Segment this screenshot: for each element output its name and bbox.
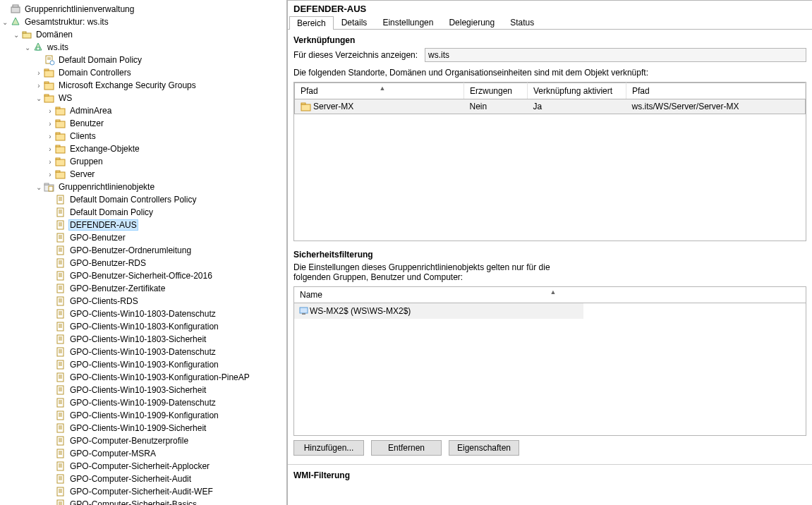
tree-ws[interactable]: ⌄WS — [0, 92, 286, 104]
svg-rect-3 — [23, 33, 31, 38]
tree-root-node[interactable]: Gruppenrichtlinienverwaltung — [0, 3, 286, 16]
svg-rect-48 — [57, 246, 63, 255]
gpo-title: DEFENDER-AUS — [288, 1, 812, 16]
tree-gpo-gpo-computer-benutzerprofile[interactable]: GPO-Computer-Benutzerprofile — [0, 434, 286, 447]
svg-rect-20 — [56, 120, 60, 121]
tree-gpo-gpo-clients-win10-1803-datenschutz[interactable]: GPO-Clients-Win10-1803-Datenschutz — [0, 308, 286, 320]
tab-einstellungen[interactable]: Einstellungen — [375, 16, 441, 29]
tree-gpo-gpo-benutzer-sicherheit-office-2016[interactable]: GPO-Benutzer-Sicherheit-Office-2016 — [0, 269, 286, 282]
tree-ou-clients[interactable]: ›Clients — [0, 130, 286, 142]
tree-domain[interactable]: ⌄ws.its — [0, 41, 286, 54]
scroll-icon — [55, 486, 66, 497]
tree-gpo-gpo-benutzer[interactable]: GPO-Benutzer — [0, 231, 286, 244]
chevron-icon[interactable]: › — [45, 158, 55, 166]
links-col-2[interactable]: Verknüpfung aktiviert — [528, 83, 626, 99]
forest-icon — [10, 16, 21, 28]
tree-gpo-gpo-clients-rds[interactable]: GPO-Clients-RDS — [0, 295, 286, 308]
ou-icon — [55, 143, 66, 154]
domain-icon — [32, 42, 44, 53]
links-col-3[interactable]: Pfad — [626, 83, 806, 99]
svg-rect-104 — [57, 424, 63, 432]
tree-gpo-gpo-clients-win10-1903-konfiguration[interactable]: GPO-Clients-Win10-1903-Konfiguration — [0, 358, 286, 371]
chevron-icon[interactable]: › — [45, 145, 55, 153]
tree-gpo-default domain policy[interactable]: Default Domain Policy — [0, 206, 286, 219]
chevron-icon[interactable]: ⌄ — [23, 44, 32, 51]
ou-icon — [44, 67, 55, 78]
chevron-icon[interactable]: ⌄ — [34, 95, 44, 102]
tab-delegierung[interactable]: Delegierung — [441, 16, 502, 29]
filter-desc: Die Einstellungen dieses Gruppenrichtlin… — [293, 262, 576, 282]
scroll-icon — [55, 207, 66, 218]
tree-gpo-gpo-computer-msra[interactable]: GPO-Computer-MSRA — [0, 447, 286, 460]
svg-rect-112 — [57, 449, 63, 458]
filter-col-name[interactable]: Name — [300, 290, 322, 300]
tree-ou-gruppen[interactable]: ›Gruppen — [0, 155, 286, 168]
tree-gpo-gpo-clients-win10-1903-konfiguration-pineap[interactable]: GPO-Clients-Win10-1903-Konfiguration-Pin… — [0, 371, 286, 384]
tree-panel[interactable]: Gruppenrichtlinienverwaltung⌄Gesamtstruk… — [0, 0, 288, 505]
tree-gpo-gpo-clients-win10-1909-datenschutz[interactable]: GPO-Clients-Win10-1909-Datenschutz — [0, 396, 286, 409]
filter-row[interactable]: WS-MX2$ (WS\WS-MX2$) — [294, 303, 583, 319]
tab-status[interactable]: Status — [502, 16, 542, 29]
tree-domain-controllers[interactable]: ›Domain Controllers — [0, 66, 286, 79]
tree-ou-benutzer[interactable]: ›Benutzer — [0, 117, 286, 130]
ou-icon — [55, 105, 66, 116]
chevron-icon[interactable]: ⌄ — [11, 31, 21, 39]
tree-gpo-gpo-benutzer-zertifikate[interactable]: GPO-Benutzer-Zertifikate — [0, 282, 286, 295]
tree-ou-server[interactable]: ›Server — [0, 168, 286, 181]
tree-gpo-gpo-computer-sicherheit-applocker[interactable]: GPO-Computer-Sicherheit-Applocker — [0, 460, 286, 473]
chevron-icon[interactable]: › — [45, 133, 55, 140]
tree-gpo-gpo-benutzer-rds[interactable]: GPO-Benutzer-RDS — [0, 257, 286, 269]
svg-rect-17 — [56, 109, 65, 115]
tree-ou-exchange-objekte[interactable]: ›Exchange-Objekte — [0, 142, 286, 155]
chevron-icon[interactable]: › — [45, 120, 55, 128]
tree-gpo-gpo-clients-win10-1903-datenschutz[interactable]: GPO-Clients-Win10-1903-Datenschutz — [0, 346, 286, 358]
scroll-icon — [55, 283, 66, 294]
tree-gpo-gpo-clients-win10-1909-sicherheit[interactable]: GPO-Clients-Win10-1909-Sicherheit — [0, 422, 286, 434]
links-col-1[interactable]: Erzwungen — [464, 83, 528, 99]
add-button[interactable]: Hinzufügen... — [293, 440, 364, 456]
tab-bereich[interactable]: Bereich — [289, 16, 334, 30]
tree-gpo-gpo-clients-win10-1803-sicherheit[interactable]: GPO-Clients-Win10-1803-Sicherheit — [0, 333, 286, 346]
svg-rect-134 — [300, 308, 308, 313]
chevron-icon[interactable]: › — [34, 69, 44, 77]
chevron-icon[interactable]: ⌄ — [0, 18, 10, 26]
link-row[interactable]: Server-MXNeinJaws.its/WS/Server/Server-M… — [295, 99, 806, 114]
chevron-icon[interactable]: › — [45, 171, 55, 178]
tree-forest[interactable]: ⌄Gesamtstruktur: ws.its — [0, 16, 286, 28]
tree-gpo-gpo-computer-sicherheit-audit-wef[interactable]: GPO-Computer-Sicherheit-Audit-WEF — [0, 485, 286, 498]
tree-gpo-gpo-clients-win10-1909-konfiguration[interactable]: GPO-Clients-Win10-1909-Konfiguration — [0, 409, 286, 422]
svg-rect-32 — [57, 195, 63, 204]
tree-gpo-gpo-clients-win10-1903-sicherheit[interactable]: GPO-Clients-Win10-1903-Sicherheit — [0, 384, 286, 396]
svg-rect-84 — [57, 360, 63, 369]
chevron-icon[interactable]: › — [34, 82, 44, 90]
links-table-container[interactable]: Pfad▲ErzwungenVerknüpfung aktiviertPfad … — [293, 82, 806, 241]
remove-button[interactable]: Entfernen — [371, 440, 442, 456]
tree-gpo-default domain controllers policy[interactable]: Default Domain Controllers Policy — [0, 193, 286, 206]
svg-rect-76 — [57, 335, 63, 343]
tree-gpo-defender-aus[interactable]: DEFENDER-AUS — [0, 219, 286, 231]
tab-details[interactable]: Details — [334, 16, 375, 29]
scroll-icon — [55, 359, 66, 370]
tree-gpo-gpo-benutzer-ordnerumleitung[interactable]: GPO-Benutzer-Ordnerumleitung — [0, 244, 286, 257]
links-col-0[interactable]: Pfad▲ — [295, 83, 464, 99]
tree-ou-adminarea[interactable]: ›AdminArea — [0, 104, 286, 117]
tree-gpo-gpo-computer-sicherheit-basics[interactable]: GPO-Computer-Sicherheit-Basics — [0, 498, 286, 505]
svg-rect-15 — [44, 96, 54, 102]
chevron-icon[interactable]: › — [45, 107, 55, 115]
svg-rect-124 — [57, 487, 63, 496]
chevron-icon[interactable]: ⌄ — [34, 183, 44, 191]
root-icon — [10, 4, 21, 15]
computer-icon — [298, 305, 310, 317]
location-dropdown[interactable] — [425, 48, 806, 62]
tree-default-domain-policy[interactable]: Default Domain Policy — [0, 54, 286, 66]
scroll-icon — [55, 257, 66, 269]
tree-gpo-gpo-clients-win10-1803-konfiguration[interactable]: GPO-Clients-Win10-1803-Konfiguration — [0, 320, 286, 333]
tree-domains[interactable]: ⌄Domänen — [0, 28, 286, 41]
filter-list[interactable]: Name ▲ WS-MX2$ (WS\WS-MX2$) — [293, 286, 806, 436]
tree-microsoft-exchange-security-groups[interactable]: ›Microsoft Exchange Security Groups — [0, 79, 286, 92]
props-button[interactable]: Eigenschaften — [449, 440, 519, 456]
tree-gpo-gpo-computer-sicherheit-audit[interactable]: GPO-Computer-Sicherheit-Audit — [0, 473, 286, 485]
filter-section: Sicherheitsfilterung Die Einstellungen d… — [288, 244, 812, 463]
links-desc: Die folgenden Standorte, Domänen und Org… — [293, 68, 806, 78]
tree-gpo-container[interactable]: ⌄Gruppenrichtlinienobjekte — [0, 181, 286, 193]
